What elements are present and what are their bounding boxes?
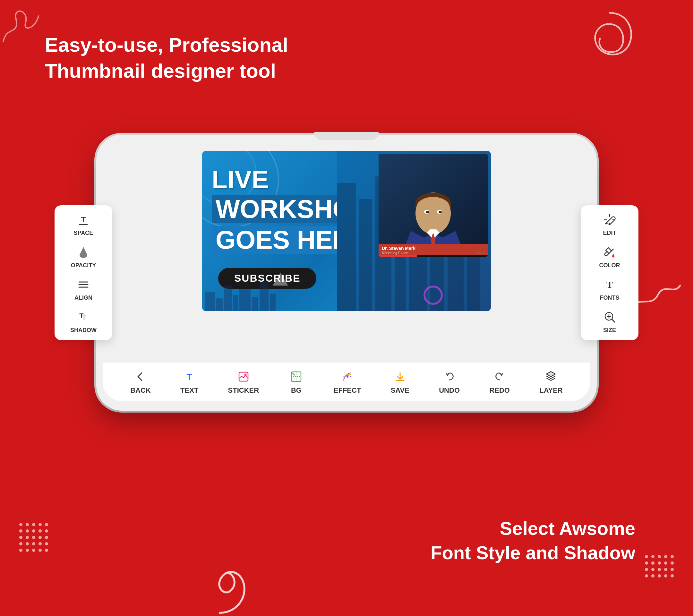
layer-icon <box>543 369 559 384</box>
svg-point-22 <box>439 211 442 213</box>
footer-text: Select Awsome Font Style and Shadow <box>431 516 635 565</box>
canvas-person-title: Marketing Expert <box>382 251 484 255</box>
panel-label-space: SPACE <box>74 230 93 236</box>
panel-item-align[interactable]: ALIGN <box>60 277 107 301</box>
header-title: Easy-to-use, Professional Thumbnail desi… <box>45 32 288 84</box>
canvas-nameplate: Dr. Steven Mark Marketing Expert <box>379 244 488 257</box>
device-container: T SPACE OPACITY <box>96 135 597 411</box>
toolbar-item-effect[interactable]: EFFECT <box>334 369 361 395</box>
canvas-play-icon <box>382 249 387 254</box>
toolbar-label-bg: BG <box>291 386 302 395</box>
canvas-person-area: Dr. Steven Mark Marketing Expert <box>337 151 491 311</box>
panel-item-edit[interactable]: EDIT <box>586 212 633 236</box>
panel-item-opacity[interactable]: OPACITY <box>60 244 107 269</box>
device-inner: LIVE WORKSHOP GOES HERE SUBSCRIBE <box>103 144 590 401</box>
panel-label-size: SIZE <box>603 327 616 334</box>
toolbar-item-undo[interactable]: UNDO <box>439 369 460 395</box>
svg-point-29 <box>346 376 349 378</box>
toolbar-item-bg[interactable]: BG <box>289 369 304 395</box>
svg-point-21 <box>426 211 429 213</box>
toolbar-label-effect: EFFECT <box>334 386 361 395</box>
device-body: T SPACE OPACITY <box>96 135 597 411</box>
size-icon <box>601 309 618 325</box>
bg-icon <box>289 369 304 384</box>
color-icon <box>601 244 618 260</box>
svg-text:T: T <box>81 215 86 224</box>
opacity-icon <box>75 244 92 260</box>
svg-line-31 <box>605 224 606 224</box>
panel-item-space[interactable]: T SPACE <box>60 212 107 236</box>
toolbar-item-redo[interactable]: REDO <box>489 369 510 395</box>
deco-bottom-right-dots <box>645 555 674 577</box>
toolbar-item-text[interactable]: T TEXT <box>180 369 198 395</box>
canvas-circle-deco <box>423 285 443 305</box>
back-icon <box>133 369 148 384</box>
svg-line-40 <box>612 319 615 322</box>
align-icon <box>75 277 92 293</box>
svg-rect-8 <box>359 199 372 311</box>
svg-text:T: T <box>606 279 613 290</box>
toolbar-item-layer[interactable]: LAYER <box>539 369 563 395</box>
panel-item-size[interactable]: SIZE <box>586 309 633 334</box>
canvas-area: LIVE WORKSHOP GOES HERE SUBSCRIBE <box>202 151 491 311</box>
toolbar-item-save[interactable]: SAVE <box>391 369 409 395</box>
toolbar-item-back[interactable]: BACK <box>130 369 151 395</box>
deco-top-right-loop <box>577 6 642 71</box>
toolbar-label-undo: UNDO <box>439 386 460 395</box>
toolbar-label-back: BACK <box>130 386 151 395</box>
panel-label-opacity: OPACITY <box>71 262 96 269</box>
toolbar-label-text: TEXT <box>180 386 198 395</box>
device-notch <box>314 132 379 140</box>
text-icon: T <box>182 369 197 384</box>
toolbar-label-redo: REDO <box>489 386 510 395</box>
svg-marker-23 <box>383 250 386 254</box>
redo-icon <box>492 369 507 384</box>
save-icon <box>392 369 408 384</box>
svg-text:T: T <box>187 372 192 382</box>
canvas-progress-bar <box>379 255 488 257</box>
edit-icon <box>601 212 618 228</box>
canvas-person-name: Dr. Steven Mark <box>382 246 484 251</box>
deco-top-left-squiggle <box>0 0 45 45</box>
toolbar-label-layer: LAYER <box>539 386 563 395</box>
panel-label-fonts: FONTS <box>600 295 619 301</box>
canvas-text-live: LIVE <box>212 165 269 194</box>
canvas-video-dots <box>476 252 484 254</box>
deco-bottom-center-loop <box>180 526 260 616</box>
panel-label-shadow: SHADOW <box>70 327 97 334</box>
shadow-icon: T T <box>75 309 92 325</box>
panel-item-fonts[interactable]: T FONTS <box>586 277 633 301</box>
toolbar: BACK T TEXT <box>103 362 590 401</box>
panel-item-color[interactable]: COLOR <box>586 244 633 269</box>
undo-icon <box>442 369 457 384</box>
svg-point-26 <box>244 374 247 376</box>
canvas-progress-fill <box>379 255 417 257</box>
text-space-icon: T <box>75 212 92 228</box>
sticker-icon <box>236 369 251 384</box>
fonts-icon: T <box>601 277 618 293</box>
svg-text:T: T <box>82 314 86 322</box>
panel-label-color: COLOR <box>599 262 620 269</box>
right-panel: EDIT COLOR T <box>581 205 638 340</box>
toolbar-label-save: SAVE <box>391 386 409 395</box>
deco-bottom-left-dots <box>19 523 48 552</box>
panel-label-edit: EDIT <box>603 230 616 236</box>
toolbar-item-sticker[interactable]: STICKER <box>228 369 259 395</box>
effect-icon <box>340 369 355 384</box>
toolbar-label-sticker: STICKER <box>228 386 259 395</box>
panel-label-align: ALIGN <box>75 295 93 301</box>
svg-rect-7 <box>337 183 356 311</box>
svg-line-28 <box>292 373 295 375</box>
panel-item-shadow[interactable]: T T SHADOW <box>60 309 107 334</box>
person-video-frame: Dr. Steven Mark Marketing Expert <box>379 154 488 257</box>
